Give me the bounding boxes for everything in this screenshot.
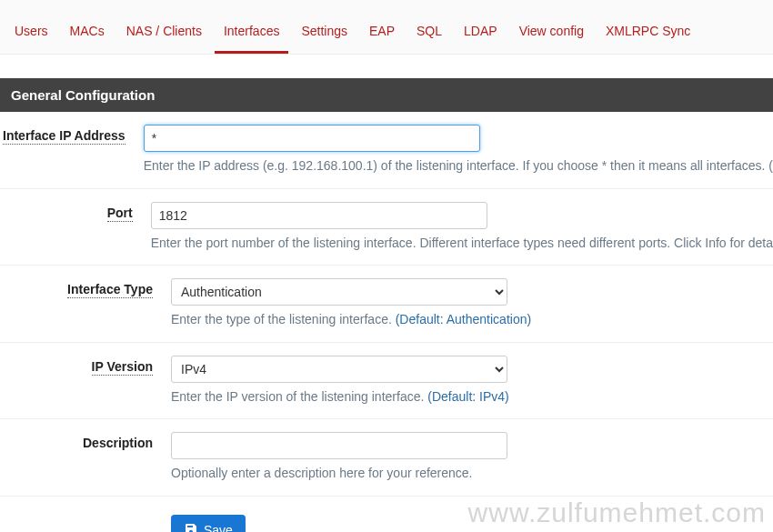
- description-input[interactable]: [171, 432, 507, 459]
- tab-sql[interactable]: SQL: [407, 18, 451, 54]
- form: Interface IP Address Enter the IP addres…: [0, 112, 773, 532]
- section-title: General Configuration: [0, 78, 773, 112]
- help-ip-version-text: Enter the IP version of the listening in…: [171, 389, 427, 404]
- tab-users[interactable]: Users: [5, 18, 57, 54]
- row-interface-ip: Interface IP Address Enter the IP addres…: [0, 112, 773, 189]
- label-interface-type: Interface Type: [67, 282, 153, 298]
- row-port: Port Enter the port number of the listen…: [0, 189, 773, 266]
- tab-ldap[interactable]: LDAP: [455, 18, 507, 54]
- row-save: Save: [0, 497, 773, 532]
- help-interface-type-default: (Default: Authentication): [396, 312, 531, 326]
- help-ip-version: Enter the IP version of the listening in…: [171, 388, 773, 407]
- label-interface-ip: Interface IP Address: [3, 128, 125, 145]
- help-description: Optionally enter a description here for …: [171, 465, 773, 483]
- label-description: Description: [83, 436, 153, 451]
- help-interface-type: Enter the type of the listening interfac…: [171, 311, 773, 329]
- tab-macs[interactable]: MACs: [61, 18, 114, 54]
- row-description: Description Optionally enter a descripti…: [0, 419, 773, 497]
- save-button[interactable]: Save: [171, 515, 246, 532]
- ip-version-select[interactable]: IPv4: [171, 356, 507, 383]
- interface-ip-input[interactable]: [144, 125, 480, 152]
- save-icon: [184, 522, 198, 532]
- help-port: Enter the port number of the listening i…: [151, 235, 773, 253]
- help-interface-type-text: Enter the type of the listening interfac…: [171, 312, 396, 326]
- tab-eap[interactable]: EAP: [360, 18, 404, 54]
- label-port: Port: [107, 206, 133, 222]
- label-ip-version: IP Version: [92, 359, 153, 376]
- help-ip-version-default: (Default: IPv4): [427, 389, 508, 404]
- tab-settings[interactable]: Settings: [292, 18, 356, 54]
- tab-view-config[interactable]: View config: [510, 18, 593, 54]
- help-interface-ip: Enter the IP address (e.g. 192.168.100.1…: [144, 157, 773, 176]
- row-ip-version: IP Version IPv4 Enter the IP version of …: [0, 343, 773, 420]
- tab-nas-clients[interactable]: NAS / Clients: [117, 18, 211, 54]
- save-button-label: Save: [204, 523, 233, 532]
- port-input[interactable]: [151, 202, 487, 229]
- tab-xmlrpc-sync[interactable]: XMLRPC Sync: [597, 18, 699, 54]
- tab-interfaces[interactable]: Interfaces: [215, 18, 288, 54]
- interface-type-select[interactable]: Authentication: [171, 278, 507, 306]
- row-interface-type: Interface Type Authentication Enter the …: [0, 266, 773, 343]
- tab-bar: Users MACs NAS / Clients Interfaces Sett…: [0, 0, 773, 55]
